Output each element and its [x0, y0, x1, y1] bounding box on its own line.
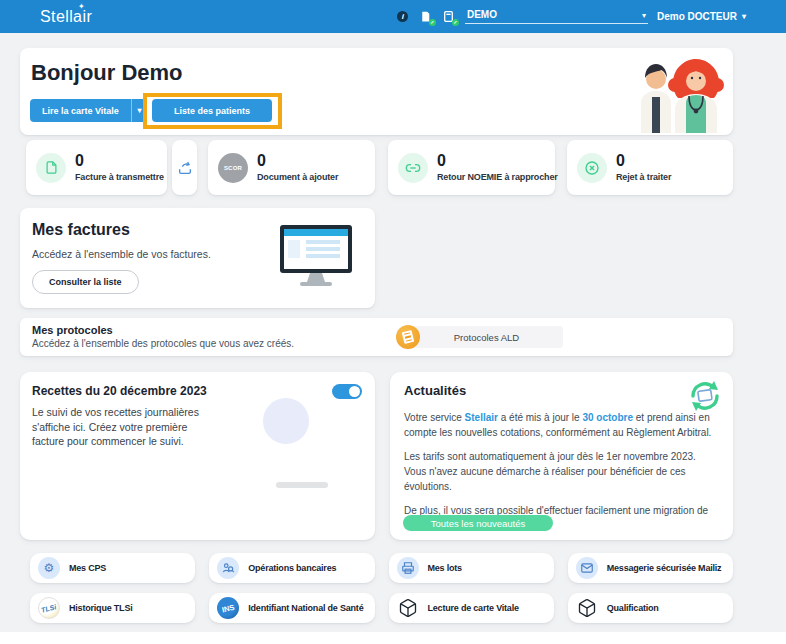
news-title: Actualités: [404, 383, 466, 398]
chevron-down-icon: ▾: [137, 106, 141, 115]
empty-donut-chart: [263, 398, 309, 444]
user-menu-label: Demo DOCTEUR: [657, 11, 737, 22]
cube-icon: [576, 598, 598, 618]
stat-value: 0: [437, 153, 558, 169]
protocols-description: Accédez à l'ensemble des protocoles que …: [32, 338, 294, 349]
stat-label: Retour NOEMIE à rapprocher: [437, 172, 558, 182]
revenue-toggle[interactable]: [332, 384, 362, 399]
quick-link-historique-tlsi[interactable]: TLSi Historique TLSi: [30, 593, 195, 623]
stat-card-documents-to-add[interactable]: SCOR 0 Document à ajouter: [208, 140, 375, 195]
gear-icon: ⚙: [38, 557, 60, 579]
date-link[interactable]: 30 octobre: [582, 412, 633, 423]
page-title: Bonjour Demo: [31, 60, 183, 86]
quick-links-grid: ⚙ Mes CPS Opérations bancaires Mes lots: [30, 553, 733, 623]
monitor-illustration: [278, 224, 354, 290]
lots-printer-icon: [397, 557, 419, 579]
info-icon[interactable]: i: [396, 10, 410, 24]
stellair-logo[interactable]: Stellair ✦: [40, 8, 92, 26]
stat-value: 0: [257, 153, 338, 169]
news-paragraph: Votre service Stellair a été mis à jour …: [404, 410, 720, 440]
news-card: Actualités Votre service Stellair a été …: [390, 372, 733, 540]
practice-selector-value: DEMO: [467, 9, 497, 20]
hero-card: Bonjour Demo Lire la carte Vitale ▾ List…: [20, 48, 733, 135]
stat-label: Document à ajouter: [257, 172, 338, 182]
check-badge: ✓: [452, 19, 459, 26]
quick-link-messagerie-mailiz[interactable]: Messagerie sécurisée Mailiz: [568, 553, 733, 583]
mail-icon: [576, 557, 598, 579]
revenue-title: Recettes du 20 décembre 2023: [32, 384, 207, 398]
protocol-ald-icon: [396, 325, 420, 349]
reject-circle-icon: [577, 153, 607, 183]
quick-link-mes-cps[interactable]: ⚙ Mes CPS: [30, 553, 195, 583]
stat-label: Facture à transmettre: [75, 172, 164, 182]
stat-card-noemie-returns[interactable]: 0 Retour NOEMIE à rapprocher: [388, 140, 555, 195]
doctors-illustration: [633, 50, 733, 133]
user-menu[interactable]: Demo DOCTEUR ▾: [657, 11, 746, 22]
quick-link-operations-bancaires[interactable]: Opérations bancaires: [209, 553, 374, 583]
ins-badge: INS: [217, 597, 239, 619]
stat-value: 0: [75, 153, 164, 169]
top-bar: Stellair ✦ i ✓ ✓ DEMO ▾: [0, 0, 786, 33]
quick-link-mes-lots[interactable]: Mes lots: [389, 553, 554, 583]
practice-selector[interactable]: DEMO ▾: [465, 9, 648, 24]
topbar-actions: i ✓ ✓ DEMO ▾ Demo DOCTEUR ▾: [396, 9, 746, 24]
check-badge: ✓: [429, 19, 436, 26]
quick-link-qualification[interactable]: Qualification: [568, 593, 733, 623]
read-vitale-split-button: Lire la carte Vitale ▾: [30, 99, 147, 122]
send-tray-icon: [177, 160, 193, 176]
stat-card-invoices-to-send[interactable]: 0 Facture à transmettre: [26, 140, 167, 195]
cube-icon: [397, 598, 419, 618]
stellair-dashboard: Stellair ✦ i ✓ ✓ DEMO ▾: [0, 0, 786, 644]
invoice-document-icon: [36, 153, 66, 183]
quick-link-lecture-carte-vitale[interactable]: Lecture de carte Vitale: [389, 593, 554, 623]
news-paragraph: Les tarifs sont automatiquement à jour d…: [404, 449, 720, 494]
protocols-title: Mes protocoles: [32, 324, 113, 336]
invoices-card: Mes factures Accédez à l'ensemble de vos…: [20, 208, 375, 308]
read-vitale-dropdown-button[interactable]: ▾: [131, 99, 147, 122]
quick-link-identifiant-national-sante[interactable]: INS Identifiant National de Santé: [209, 593, 374, 623]
chevron-down-icon: ▾: [742, 12, 746, 21]
chevron-down-icon: ▾: [642, 11, 646, 20]
view-invoices-button[interactable]: Consulter la liste: [32, 270, 139, 294]
protocols-bar: Mes protocoles Accédez à l'ensemble des …: [20, 318, 733, 356]
sparkle-icon: ✦: [78, 2, 85, 11]
invoices-description: Accédez à l'ensemble de vos factures.: [32, 248, 211, 260]
revenue-card: Recettes du 20 décembre 2023 Le suivi de…: [20, 372, 375, 540]
stat-label: Rejet à traiter: [616, 172, 671, 182]
read-vitale-button[interactable]: Lire la carte Vitale: [30, 99, 131, 122]
tlsi-badge: TLSi: [38, 597, 60, 619]
terminal-status-icon[interactable]: ✓: [442, 10, 456, 24]
brand-link[interactable]: Stellair: [465, 412, 498, 423]
transmit-mini-card[interactable]: [172, 140, 197, 195]
bank-operations-icon: [217, 557, 239, 579]
card-reader-status-icon[interactable]: ✓: [419, 10, 433, 24]
donut-legend-placeholder: [276, 482, 328, 488]
revenue-description: Le suivi de vos recettes journalières s'…: [32, 405, 220, 449]
scor-badge: SCOR: [218, 153, 248, 183]
all-news-button[interactable]: Toutes les nouveautés: [403, 515, 553, 531]
protocols-ald-button[interactable]: Protocoles ALD: [410, 326, 563, 348]
stat-value: 0: [616, 153, 671, 169]
link-icon: [398, 153, 428, 183]
stat-card-rejections[interactable]: 0 Rejet à traiter: [567, 140, 733, 195]
footer-strip: [0, 632, 786, 644]
invoices-title: Mes factures: [32, 221, 130, 239]
patients-list-button[interactable]: Liste des patients: [152, 99, 272, 122]
